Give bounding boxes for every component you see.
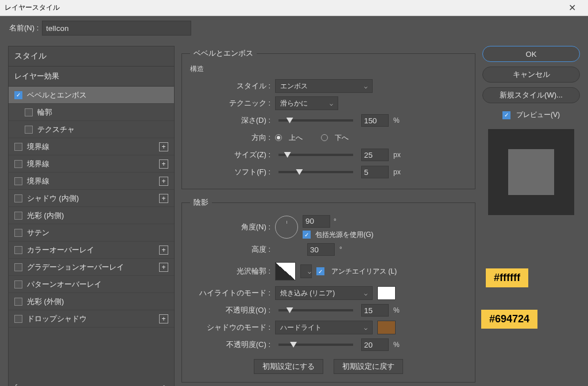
highlight-mode-label: ハイライトのモード : <box>190 288 270 298</box>
style-item-8[interactable]: サテン <box>9 224 174 241</box>
size-slider[interactable] <box>278 154 353 156</box>
add-effect-icon[interactable]: + <box>159 314 168 323</box>
add-effect-icon[interactable]: + <box>159 159 168 169</box>
close-icon[interactable]: ✕ <box>560 2 583 13</box>
size-input[interactable] <box>361 149 389 161</box>
style-item-0[interactable]: ベベルとエンボス <box>9 87 174 104</box>
style-item-6[interactable]: シャドウ (内側)+ <box>9 190 174 207</box>
layer-effects-item[interactable]: レイヤー効果 <box>9 67 174 87</box>
style-item-11[interactable]: パターンオーバーレイ <box>9 276 174 293</box>
style-item-label: グラデーションオーバーレイ <box>27 262 124 272</box>
shadow-color-swatch[interactable] <box>377 321 396 334</box>
style-item-label: 光彩 (外側) <box>27 297 64 307</box>
style-checkbox[interactable] <box>25 126 33 134</box>
gloss-dropdown[interactable]: ⌵ <box>300 264 312 278</box>
direction-up-radio[interactable] <box>275 134 282 141</box>
soft-slider[interactable] <box>278 171 353 173</box>
angle-dial[interactable] <box>275 216 298 239</box>
style-checkbox[interactable] <box>14 91 22 99</box>
styles-list: スタイル レイヤー効果 ベベルとエンボス輪郭テクスチャ境界線+境界線+境界線+シ… <box>8 46 175 386</box>
depth-unit: % <box>393 116 400 124</box>
style-item-1[interactable]: 輪郭 <box>9 104 174 121</box>
styles-footer: fx▾ ↑ ↓ 🗑 <box>9 379 174 386</box>
highlight-color-swatch[interactable] <box>377 286 396 300</box>
style-checkbox[interactable] <box>14 298 22 306</box>
depth-slider[interactable] <box>278 119 353 122</box>
style-item-label: 境界線 <box>27 142 49 152</box>
style-checkbox[interactable] <box>14 315 22 323</box>
window-title: レイヤースタイル <box>5 3 60 13</box>
style-item-13[interactable]: ドロップシャドウ+ <box>9 310 174 327</box>
style-item-label: 光彩 (内側) <box>27 210 64 221</box>
soft-label: ソフト(F) : <box>190 167 270 177</box>
style-checkbox[interactable] <box>14 194 22 202</box>
cancel-button[interactable]: キャンセル <box>482 67 580 83</box>
name-input[interactable] <box>42 21 191 36</box>
titlebar: レイヤースタイル ✕ <box>0 0 588 16</box>
new-style-button[interactable]: 新規スタイル(W)... <box>482 87 580 103</box>
depth-input[interactable] <box>361 114 389 127</box>
technique-dropdown[interactable]: 滑らかに⌵ <box>275 96 338 110</box>
name-label: 名前(N) : <box>9 23 38 33</box>
ok-button[interactable]: OK <box>482 46 580 62</box>
make-default-button[interactable]: 初期設定にする <box>254 359 323 374</box>
style-item-9[interactable]: カラーオーバーレイ+ <box>9 241 174 259</box>
style-item-5[interactable]: 境界線+ <box>9 173 174 190</box>
altitude-input[interactable] <box>307 243 335 256</box>
style-item-label: テクスチャ <box>37 124 75 135</box>
reset-default-button[interactable]: 初期設定に戻す <box>334 359 403 374</box>
shadow-mode-label: シャドウのモード : <box>190 322 270 333</box>
global-light-checkbox[interactable] <box>303 231 311 239</box>
highlight-mode-dropdown[interactable]: 焼き込み (リニア)⌵ <box>275 286 373 300</box>
style-checkbox[interactable] <box>14 280 22 288</box>
add-effect-icon[interactable]: + <box>159 142 168 151</box>
highlight-opacity-slider[interactable] <box>278 309 353 311</box>
style-item-7[interactable]: 光彩 (内側) <box>9 207 174 224</box>
bevel-fieldset: ベベルとエンボス 構造 スタイル : エンボス⌵ テクニック : 滑らかに⌵ 深… <box>181 48 475 189</box>
style-dropdown[interactable]: エンボス⌵ <box>275 79 373 93</box>
preview-box <box>488 129 574 215</box>
antialias-checkbox[interactable] <box>316 267 324 275</box>
preview-checkbox[interactable] <box>502 111 510 119</box>
altitude-label: 高度 : <box>190 244 270 255</box>
shadow-opacity-label: 不透明度(C) : <box>190 340 270 350</box>
gloss-contour[interactable] <box>275 262 296 280</box>
add-effect-icon[interactable]: + <box>159 245 168 255</box>
soft-input[interactable] <box>361 166 389 178</box>
size-label: サイズ(Z) : <box>190 150 270 160</box>
style-checkbox[interactable] <box>14 246 22 254</box>
style-checkbox[interactable] <box>14 263 22 271</box>
direction-down-label: 下へ <box>335 133 349 143</box>
technique-label: テクニック : <box>190 98 270 108</box>
bevel-legend: ベベルとエンボス <box>190 48 257 59</box>
style-checkbox[interactable] <box>14 160 22 168</box>
shadow-mode-dropdown[interactable]: ハードライト⌵ <box>275 321 373 334</box>
add-effect-icon[interactable]: + <box>159 177 168 186</box>
style-item-label: ベベルとエンボス <box>27 90 87 100</box>
style-checkbox[interactable] <box>14 177 22 185</box>
add-effect-icon[interactable]: + <box>159 194 168 203</box>
direction-up-label: 上へ <box>289 133 303 143</box>
add-effect-icon[interactable]: + <box>159 263 168 272</box>
style-checkbox[interactable] <box>14 143 22 151</box>
style-item-12[interactable]: 光彩 (外側) <box>9 293 174 310</box>
style-item-2[interactable]: テクスチャ <box>9 121 174 138</box>
styles-header[interactable]: スタイル <box>9 46 174 67</box>
angle-input[interactable] <box>303 215 330 228</box>
style-item-4[interactable]: 境界線+ <box>9 155 174 173</box>
style-checkbox[interactable] <box>25 108 33 116</box>
antialias-label: アンチエイリアス (L) <box>331 267 397 276</box>
highlight-opacity-label: 不透明度(O) : <box>190 305 270 315</box>
name-row: 名前(N) : <box>0 16 588 38</box>
shadow-opacity-slider[interactable] <box>278 344 353 346</box>
style-item-3[interactable]: 境界線+ <box>9 138 174 155</box>
highlight-opacity-input[interactable] <box>361 304 389 317</box>
style-checkbox[interactable] <box>14 229 22 237</box>
callout-highlight: #ffffff <box>486 268 528 287</box>
fx-icon[interactable]: fx▾ <box>14 383 24 386</box>
direction-down-radio[interactable] <box>321 134 328 141</box>
shadow-opacity-input[interactable] <box>361 338 389 351</box>
depth-label: 深さ(D) : <box>190 115 270 126</box>
style-item-10[interactable]: グラデーションオーバーレイ+ <box>9 259 174 276</box>
style-checkbox[interactable] <box>14 212 22 220</box>
